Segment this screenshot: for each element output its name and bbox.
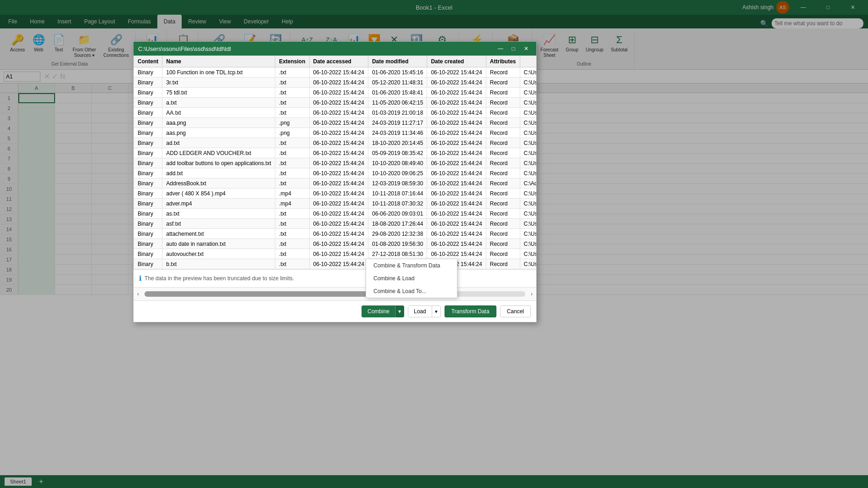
table-cell-6-4: 24-03-2019 11:34:46 <box>368 128 427 138</box>
table-row[interactable]: Binaryas.txt.txt06-10-2022 15:44:2406-06… <box>134 209 537 219</box>
table-cell-16-7: C:\Users\ <box>520 229 536 239</box>
scroll-right-button[interactable]: › <box>527 289 536 299</box>
table-cell-1-7: C:\Users\ <box>520 78 536 88</box>
table-row[interactable]: Binaryadd.txt.txt06-10-2022 15:44:2410-1… <box>134 168 537 178</box>
scroll-track[interactable] <box>145 291 525 297</box>
table-cell-2-2: .txt <box>275 88 309 98</box>
table-cell-1-3: 06-10-2022 15:44:24 <box>309 78 368 88</box>
table-row[interactable]: BinaryAA.txt.txt06-10-2022 15:44:2401-03… <box>134 108 537 118</box>
table-cell-17-2: .txt <box>275 239 309 249</box>
table-cell-15-7: C:\Users\ <box>520 219 536 229</box>
table-cell-6-5: 06-10-2022 15:44:24 <box>427 128 486 138</box>
table-row[interactable]: Binaryasf.txt.txt06-10-2022 15:44:2418-0… <box>134 219 537 229</box>
table-row[interactable]: Binary75 tdl.txt.txt06-10-2022 15:44:240… <box>134 88 537 98</box>
table-cell-18-1: autovoucher.txt <box>162 249 275 259</box>
table-cell-18-0: Binary <box>134 249 162 259</box>
scroll-left-button[interactable]: ‹ <box>134 289 143 299</box>
table-cell-3-0: Binary <box>134 98 162 108</box>
load-split-button[interactable]: Load ▾ <box>408 305 441 317</box>
combine-load-to-item[interactable]: Combine & Load To... <box>366 285 457 298</box>
table-cell-5-2: .png <box>275 118 309 128</box>
table-cell-2-7: C:\Users\ <box>520 88 536 98</box>
transform-data-button[interactable]: Transform Data <box>445 305 496 317</box>
table-cell-1-6: Record <box>486 78 520 88</box>
table-cell-13-2: .mp4 <box>275 199 309 209</box>
table-row[interactable]: Binarya.txt.txt06-10-2022 15:44:2411-05-… <box>134 98 537 108</box>
table-row[interactable]: Binaryaas.png.png06-10-2022 15:44:2424-0… <box>134 128 537 138</box>
table-cell-0-0: Binary <box>134 67 162 78</box>
table-cell-15-6: Record <box>486 219 520 229</box>
table-cell-15-3: 06-10-2022 15:44:24 <box>309 219 368 229</box>
col-header-date-modified: Date modified <box>368 56 427 67</box>
combine-dropdown-arrow[interactable]: ▾ <box>395 306 404 317</box>
table-row[interactable]: Binaryad.txt.txt06-10-2022 15:44:2418-10… <box>134 138 537 148</box>
table-cell-11-6: Record <box>486 178 520 189</box>
table-cell-9-2: .txt <box>275 158 309 168</box>
table-cell-17-0: Binary <box>134 239 162 249</box>
table-cell-12-1: adver ( 480 X 854 ).mp4 <box>162 189 275 199</box>
table-cell-12-0: Binary <box>134 189 162 199</box>
table-cell-8-2: .txt <box>275 148 309 158</box>
table-cell-13-6: Record <box>486 199 520 209</box>
table-cell-3-6: Record <box>486 98 520 108</box>
dialog-minimize-button[interactable]: — <box>495 43 506 54</box>
table-cell-4-5: 06-10-2022 15:44:24 <box>427 108 486 118</box>
table-cell-4-4: 01-03-2019 21:00:18 <box>368 108 427 118</box>
table-cell-11-5: 06-10-2022 15:44:24 <box>427 178 486 189</box>
table-cell-4-6: Record <box>486 108 520 118</box>
combine-split-button[interactable]: Combine ▾ <box>362 305 404 317</box>
table-cell-8-7: C:\Users\ <box>520 148 536 158</box>
load-button[interactable]: Load <box>408 306 432 317</box>
table-cell-10-4: 10-10-2020 09:06:25 <box>368 168 427 178</box>
dialog-maximize-button[interactable]: □ <box>508 43 519 54</box>
table-cell-9-0: Binary <box>134 158 162 168</box>
table-cell-10-6: Record <box>486 168 520 178</box>
dialog-title: C:\Users\ssonu\Files\ssd\ssd\tdl\tdl <box>138 45 231 52</box>
table-cell-12-4: 10-11-2018 07:16:44 <box>368 189 427 199</box>
table-row[interactable]: Binaryattachement.txt.txt06-10-2022 15:4… <box>134 229 537 239</box>
dialog-close-button[interactable]: ✕ <box>521 43 532 54</box>
table-cell-15-2: .txt <box>275 219 309 229</box>
table-cell-8-6: Record <box>486 148 520 158</box>
table-cell-7-7: C:\Users\ <box>520 138 536 148</box>
table-row[interactable]: BinaryAddressBook.txt.txt06-10-2022 15:4… <box>134 178 537 189</box>
table-row[interactable]: Binary3r.txt.txt06-10-2022 15:44:2405-12… <box>134 78 537 88</box>
table-row[interactable]: Binaryadver ( 480 X 854 ).mp4.mp406-10-2… <box>134 189 537 199</box>
table-cell-17-7: C:\Users\ <box>520 239 536 249</box>
table-row[interactable]: Binaryb.txt.txt06-10-2022 15:44:2401-12-… <box>134 259 537 269</box>
table-cell-3-3: 06-10-2022 15:44:24 <box>309 98 368 108</box>
table-cell-14-5: 06-10-2022 15:44:24 <box>427 209 486 219</box>
table-row[interactable]: Binaryauto date in narration.txt.txt06-1… <box>134 239 537 249</box>
cancel-button[interactable]: Cancel <box>500 305 531 317</box>
combine-transform-item[interactable]: Combine & Transform Data <box>366 259 457 272</box>
table-row[interactable]: Binary100 Function in one TDL.tcp.txt.tx… <box>134 67 537 78</box>
table-row[interactable]: Binaryadd toolbar buttons to open applic… <box>134 158 537 168</box>
horizontal-scroll-area[interactable]: ‹ › <box>134 287 536 300</box>
load-dropdown-arrow[interactable]: ▾ <box>432 306 440 317</box>
combine-button[interactable]: Combine <box>362 306 395 317</box>
table-cell-16-6: Record <box>486 229 520 239</box>
table-container[interactable]: Content Name Extension Date accessed Dat… <box>134 55 536 269</box>
scroll-thumb[interactable] <box>145 291 373 297</box>
table-cell-10-3: 06-10-2022 15:44:24 <box>309 168 368 178</box>
table-cell-7-5: 06-10-2022 15:44:24 <box>427 138 486 148</box>
table-row[interactable]: Binaryadver.mp4.mp406-10-2022 15:44:2410… <box>134 199 537 209</box>
table-cell-8-4: 05-09-2019 08:35:42 <box>368 148 427 158</box>
table-cell-12-5: 06-10-2022 15:44:24 <box>427 189 486 199</box>
table-cell-12-6: Record <box>486 189 520 199</box>
table-row[interactable]: Binaryautovoucher.txt.txt06-10-2022 15:4… <box>134 249 537 259</box>
table-row[interactable]: Binaryaaa.png.png06-10-2022 15:44:2424-0… <box>134 118 537 128</box>
table-cell-19-7: C:\Users\ <box>520 259 536 269</box>
col-header-attributes: Attributes <box>486 56 520 67</box>
table-cell-14-0: Binary <box>134 209 162 219</box>
table-cell-1-5: 06-10-2022 15:44:24 <box>427 78 486 88</box>
truncation-text: The data in the preview has been truncat… <box>145 275 294 282</box>
combine-load-item[interactable]: Combine & Load <box>366 272 457 285</box>
table-cell-17-1: auto date in narration.txt <box>162 239 275 249</box>
table-row[interactable]: BinaryADD LEDGER AND VOUCHER.txt.txt06-1… <box>134 148 537 158</box>
table-cell-14-4: 06-06-2020 09:03:01 <box>368 209 427 219</box>
table-cell-9-4: 10-10-2020 08:49:40 <box>368 158 427 168</box>
table-cell-1-4: 05-12-2020 11:48:31 <box>368 78 427 88</box>
table-cell-11-1: AddressBook.txt <box>162 178 275 189</box>
table-body: Binary100 Function in one TDL.tcp.txt.tx… <box>134 67 537 269</box>
